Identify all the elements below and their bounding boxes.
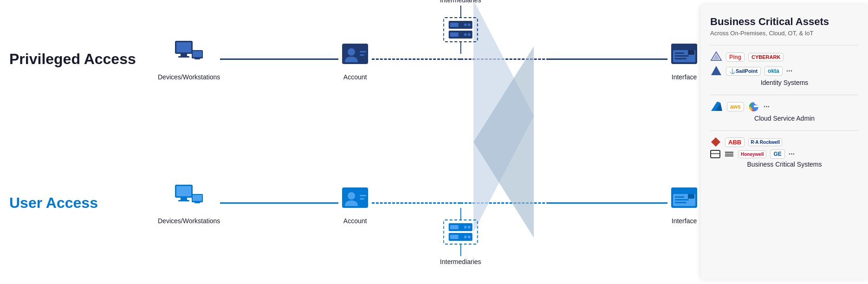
line3 bbox=[549, 58, 667, 60]
dashed-line-right bbox=[460, 58, 549, 60]
user-interface-icon bbox=[667, 181, 701, 214]
privileged-access-label: Privileged Access bbox=[0, 51, 158, 68]
user-interface-label: Interface bbox=[672, 217, 697, 225]
svg-rect-37 bbox=[360, 198, 364, 200]
main-diagram: Privileged Access bbox=[0, 0, 701, 284]
user-intermediaries-label: Intermediaries bbox=[440, 258, 481, 265]
svg-point-14 bbox=[468, 24, 471, 26]
privileged-flow-chain: Devices/Workstations Account bbox=[158, 37, 701, 81]
honeywell-logo: Honeywell bbox=[738, 150, 766, 158]
google-icon bbox=[748, 101, 760, 113]
divider-2 bbox=[710, 95, 859, 95]
identity-logos-row: Ping CYBERARK bbox=[710, 51, 859, 63]
business-logos-row: ABB R·A Rockwell bbox=[710, 136, 859, 148]
privileged-account-icon bbox=[338, 37, 372, 71]
svg-point-35 bbox=[348, 192, 355, 200]
abb-logo: ABB bbox=[725, 137, 745, 147]
svg-rect-23 bbox=[675, 52, 684, 54]
svg-rect-2 bbox=[181, 54, 187, 56]
right-panel: Business Critical Assets Across On-Premi… bbox=[701, 5, 868, 279]
svg-rect-53 bbox=[688, 194, 694, 199]
business-logos-row-2: Honeywell GE ··· bbox=[710, 149, 859, 159]
ping-logo: Ping bbox=[726, 52, 745, 62]
privileged-account-node: Account bbox=[338, 37, 372, 81]
azure-icon bbox=[710, 101, 723, 113]
sailpoint-logo: ⚓SailPoint bbox=[726, 67, 761, 76]
user-interface-node: Interface bbox=[667, 181, 701, 225]
svg-rect-25 bbox=[675, 58, 687, 59]
v-line-bottom bbox=[460, 42, 461, 54]
svg-point-44 bbox=[464, 236, 467, 239]
svg-rect-60 bbox=[711, 150, 720, 158]
user-intermediaries-float: Intermediaries bbox=[440, 208, 481, 265]
svg-rect-1 bbox=[176, 42, 191, 52]
svg-rect-16 bbox=[450, 32, 459, 37]
user-inter-section: Intermediaries bbox=[372, 184, 549, 221]
business-more: ··· bbox=[789, 150, 795, 158]
user-devices-label: Devices/Workstations bbox=[158, 217, 220, 225]
user-devices-icon bbox=[172, 181, 206, 214]
svg-rect-48 bbox=[671, 190, 697, 192]
svg-marker-59 bbox=[711, 137, 720, 147]
dashed-line-left bbox=[372, 58, 460, 60]
svg-rect-3 bbox=[178, 56, 189, 58]
svg-point-8 bbox=[348, 48, 355, 56]
svg-rect-26 bbox=[688, 50, 694, 55]
privileged-inter-box bbox=[443, 17, 478, 42]
prism-icon bbox=[710, 51, 722, 63]
privileged-devices-icon bbox=[172, 37, 206, 71]
v-line-top bbox=[460, 6, 461, 17]
svg-rect-36 bbox=[360, 195, 366, 196]
user-v-line-bottom bbox=[460, 245, 461, 256]
svg-point-18 bbox=[468, 33, 471, 36]
privileged-access-row: Privileged Access bbox=[0, 37, 701, 81]
user-line3 bbox=[549, 202, 667, 204]
identity-section: Ping CYBERARK ⚓SailPoint okta ··· Identi… bbox=[710, 51, 859, 86]
okta-logo: okta bbox=[764, 66, 783, 76]
svg-rect-9 bbox=[360, 51, 366, 52]
ra-logo: R·A Rockwell bbox=[748, 138, 782, 146]
user-account-icon bbox=[338, 181, 372, 214]
svg-rect-28 bbox=[176, 186, 191, 196]
svg-rect-43 bbox=[450, 235, 459, 239]
svg-rect-5 bbox=[193, 51, 202, 57]
svg-point-17 bbox=[464, 33, 467, 36]
privileged-inter-section: Intermediaries bbox=[372, 40, 549, 77]
panel-title: Business Critical Assets bbox=[710, 16, 859, 28]
svg-marker-57 bbox=[713, 54, 719, 59]
privileged-intermediaries-label: Intermediaries bbox=[440, 0, 481, 4]
svg-point-13 bbox=[464, 24, 467, 26]
privileged-devices-node: Devices/Workstations bbox=[158, 37, 220, 81]
cloud-more: ··· bbox=[764, 103, 770, 111]
business-section: ABB R·A Rockwell Honeywell GE ··· Busine… bbox=[710, 136, 859, 168]
user-access-row: User Access Devices/Workstations bbox=[0, 181, 701, 225]
box-icon bbox=[710, 150, 720, 158]
divider-3 bbox=[710, 130, 859, 131]
svg-rect-24 bbox=[675, 55, 689, 57]
user-access-label: User Access bbox=[0, 194, 158, 212]
divider-1 bbox=[710, 45, 859, 45]
panel-subtitle: Across On-Premises, Cloud, OT, & IoT bbox=[710, 30, 859, 37]
svg-rect-30 bbox=[178, 200, 189, 201]
user-flow-chain: Devices/Workstations Account bbox=[158, 181, 701, 225]
svg-rect-12 bbox=[450, 23, 459, 27]
privileged-interface-icon bbox=[667, 37, 701, 71]
svg-rect-33 bbox=[194, 202, 200, 203]
line1 bbox=[220, 58, 338, 60]
business-label: Business Critical Systems bbox=[710, 161, 859, 168]
user-line1 bbox=[220, 202, 338, 204]
svg-rect-6 bbox=[194, 58, 200, 59]
svg-marker-58 bbox=[711, 66, 721, 75]
cloud-label: Cloud Service Admin bbox=[710, 115, 859, 122]
privileged-account-label: Account bbox=[343, 73, 367, 81]
user-dashed-line-left bbox=[372, 202, 460, 204]
privileged-devices-label: Devices/Workstations bbox=[158, 73, 220, 81]
user-devices-node: Devices/Workstations bbox=[158, 181, 220, 225]
svg-rect-32 bbox=[193, 195, 202, 201]
diamond-icon bbox=[710, 136, 721, 148]
user-v-line-top bbox=[460, 208, 461, 219]
privileged-interface-node: Interface bbox=[667, 37, 701, 81]
identity-label: Identity Systems bbox=[710, 79, 859, 86]
cloud-section: aws ··· Cloud Service Admin bbox=[710, 101, 859, 122]
svg-point-41 bbox=[468, 226, 471, 229]
